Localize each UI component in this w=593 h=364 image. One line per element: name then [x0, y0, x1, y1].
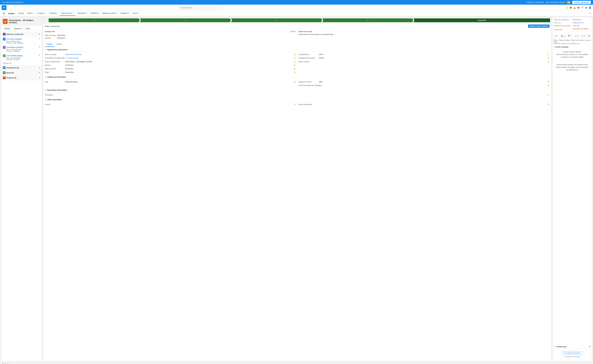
geoff-name[interactable]: Geoff Minor (Sample) — [7, 46, 23, 48]
quicklink-fichiers[interactable]: Fichiers (0) — [554, 27, 572, 32]
nav-item-calendrier[interactable]: Calendrier ▼ — [76, 11, 89, 16]
etape-edit-icon[interactable]: ✏️ — [294, 71, 296, 73]
jon-chevron-icon[interactable]: ▼ — [39, 38, 40, 44]
phone-activity-button[interactable]: 📞 ▼ — [560, 34, 566, 38]
quicklink-notes[interactable]: Notes (0) — [572, 24, 591, 27]
files-chevron-icon[interactable]: ▼ — [589, 346, 591, 348]
stage-closed-won[interactable]: Closed Won — [413, 18, 550, 22]
filter-settings-button[interactable]: ⚙️ — [587, 34, 591, 38]
type-edit-icon[interactable]: ✏️ — [294, 81, 296, 83]
proprietaire-link[interactable]: Martin Dupont — [69, 57, 79, 59]
key-fields: Champs clés Modifier Date de clôture 23/… — [43, 29, 551, 42]
afficher-tout-link[interactable]: Afficher tout — [1, 62, 42, 65]
modifier-button[interactable]: Modifier — [3, 27, 12, 30]
nav-grid-icon[interactable]: ⊞ — [2, 11, 6, 16]
more-activity-button[interactable]: ⬜ ▼ — [580, 34, 586, 38]
files-section: 📁 Fichiers (0) ▼ ⬆ Charger des fichiers … — [553, 344, 592, 361]
nav-item-tableaux[interactable]: Tableaux de bord ▼ — [100, 11, 119, 16]
eval-text: Jours d'évaluation restants — [546, 1, 565, 3]
app-logo[interactable]: ✉ — [2, 5, 7, 10]
proprietaire-edit-icon[interactable]: ✏️ — [294, 57, 296, 59]
other-info-header[interactable]: ▼ Other Information — [45, 99, 550, 102]
nav-edit-icon[interactable]: ✏️ — [589, 12, 591, 14]
tab-history[interactable]: History — [54, 42, 64, 47]
stage-3[interactable]: ✓ — [231, 18, 322, 22]
bottom-bar[interactable]: ☰ To Do List — [0, 362, 593, 364]
partners-section-header[interactable]: 🤝 Partenaires (0) ▼ — [1, 65, 42, 70]
note-activity-button[interactable]: 📝 ▼ — [573, 34, 580, 38]
stage-2[interactable]: ✓ — [140, 18, 231, 22]
description-edit-icon[interactable]: ✏️ — [547, 94, 550, 96]
calendar-activity-button[interactable]: 📅 ▼ — [567, 34, 573, 38]
nav-bar: ⊞ Ventes Accueil Pistes ▼ Comptes ▼ Cont… — [0, 11, 593, 16]
supprimer-button[interactable]: Supprimer — [13, 27, 23, 30]
nav-item-previsions[interactable]: Prévisions — [89, 11, 100, 16]
etape-suivante-edit-icon[interactable]: ✏️ — [547, 61, 550, 63]
nom-compte-edit-icon[interactable]: ✏️ — [294, 53, 296, 55]
center-panel: ▼ ✓ ✓ ✓ ✓ Closed Won Éta — [43, 17, 551, 361]
devis-sync-edit-icon[interactable]: ✏️ — [547, 104, 550, 105]
quicklink-campagne[interactable]: Influence de la campa... — [554, 24, 572, 27]
roles-section-header[interactable]: 👤 Rôles du contact (3) ▼ — [1, 32, 42, 37]
nom-opp-edit-icon[interactable]: ✏️ — [294, 61, 296, 63]
quicklink-roles[interactable]: Rôles du contact (3) — [554, 18, 572, 21]
modify-stage-button[interactable]: Modifier Étape fermé(e) — [528, 25, 550, 28]
settings-icon[interactable]: ⚙️ — [585, 6, 587, 9]
stage-1[interactable]: ✓ — [49, 18, 140, 22]
nav-item-pistes[interactable]: Pistes ▼ — [26, 11, 35, 16]
contrat-edit-icon[interactable]: ✏️ — [294, 104, 296, 105]
leave-comment[interactable]: Laisser un commentaire — [527, 1, 544, 3]
carole-chevron-icon[interactable]: ▼ — [39, 54, 40, 60]
nav-item-devis[interactable]: Devis ▼ — [131, 11, 140, 16]
probabilite-edit-icon[interactable]: ✏️ — [547, 53, 550, 55]
nav-item-accueil[interactable]: Accueil — [17, 11, 25, 16]
actualiser-link[interactable]: Actualiser — [554, 43, 560, 44]
star-icon[interactable]: ⭐ — [566, 6, 568, 9]
avatar-icon[interactable]: 👤 — [589, 6, 591, 9]
nav-item-comptes[interactable]: Comptes ▼ — [36, 11, 47, 16]
stage-dropdown-button[interactable]: ▼ — [44, 18, 48, 22]
email-act-chevron-icon: ▼ — [557, 35, 558, 37]
stage-4[interactable]: ✓ — [322, 18, 413, 22]
categorie-edit-icon[interactable]: ✏️ — [547, 57, 550, 59]
tab-details[interactable]: Détails — [45, 42, 54, 47]
quicklink-devis[interactable]: Devis (0) — [554, 21, 572, 24]
buy-now-button[interactable]: Acheter maintenant — [572, 1, 591, 4]
recommended-visits[interactable]: Vos visites recommandées ▼ — [2, 1, 24, 3]
email-activity-button[interactable]: ✉ ▼ — [554, 34, 559, 38]
search-input[interactable] — [183, 7, 221, 9]
source-campagne-edit-icon[interactable]: ✏️ — [547, 84, 550, 86]
origine-edit-icon[interactable]: ✏️ — [547, 81, 550, 83]
cloner-button[interactable]: Cloner — [24, 27, 32, 30]
additional-info-header[interactable]: ▼ Additional Information — [45, 76, 550, 79]
upload-icon: ⬆ — [564, 352, 565, 354]
description-info-header[interactable]: ▼ Description Information — [45, 89, 550, 92]
quicklink-products[interactable]: Produits (0) — [572, 18, 591, 21]
agrandir-tout-link[interactable]: Agrandir tout — [561, 43, 570, 44]
montant-edit-icon[interactable]: ✏️ — [294, 64, 296, 66]
upload-button[interactable]: ⬆ Charger des fichiers — [562, 351, 582, 355]
add-icon[interactable]: ➕ — [569, 6, 572, 9]
opportunity-info-header[interactable]: ▼ Opportunity Information — [45, 49, 550, 52]
field-nom-opportunite: Nom de l'opportunité Global Media - 180 … — [45, 60, 296, 63]
carole-name[interactable]: Carole White (Sampl... — [7, 55, 24, 57]
nav-item-contacts[interactable]: Contacts ▼ — [48, 11, 59, 16]
products-section-header[interactable]: 📦 Produits (0) ▼ — [1, 75, 42, 80]
nom-compte-link[interactable]: Global Media (Sample) — [65, 53, 82, 55]
jon-name[interactable]: Jon Amos (Sample) — [7, 38, 22, 40]
date-cloture-edit-icon[interactable]: ✏️ — [294, 68, 296, 70]
quicklink-partners[interactable]: Partenaires (0) — [572, 21, 591, 24]
contact-item-geoff: G Geoff Minor (Sample) Rôle : Economic B… — [1, 45, 42, 53]
help-icon[interactable]: ❓ — [581, 6, 584, 9]
field-description: Description ✏️ — [45, 93, 550, 96]
contact-item-jon: J Jon Amos (Sample) Rôle : Business User… — [1, 37, 42, 45]
quotes-section-header[interactable]: ✔ Devis (0) ▼ — [1, 70, 42, 75]
quicklink-history[interactable]: Historique des étapes ... — [572, 27, 591, 32]
nav-item-rapports[interactable]: Rapports ▼ — [119, 11, 131, 16]
nav-item-opportunites[interactable]: Opportunités ▼ — [60, 11, 75, 16]
geoff-chevron-icon[interactable]: ▼ — [39, 46, 40, 52]
bell-icon[interactable]: 🔔 — [573, 6, 576, 9]
modifier-champs-link[interactable]: Modifier — [290, 31, 296, 33]
avenir-passe-header[interactable]: ↓ À venir et passés — [554, 46, 591, 48]
afficher-tout-act-link[interactable]: Afficher tout — [571, 43, 579, 44]
